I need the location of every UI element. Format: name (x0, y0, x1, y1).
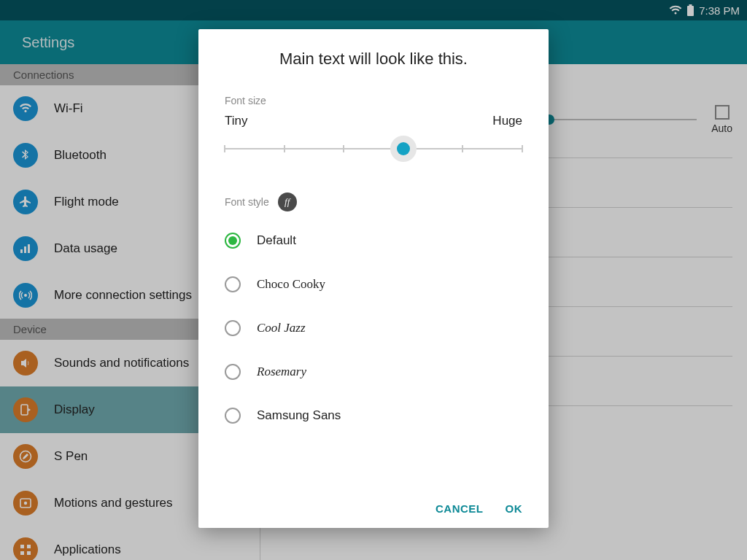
slider-tick (284, 145, 285, 152)
font-option-cool-jazz[interactable]: Cool Jazz (225, 306, 522, 350)
font-option-default[interactable]: Default (225, 219, 522, 262)
font-option-rosemary[interactable]: Rosemary (225, 350, 522, 394)
font-option-label: Default (257, 233, 296, 248)
slider-max-label: Huge (492, 114, 522, 128)
slider-tick (522, 145, 523, 152)
font-option-label: Rosemary (257, 365, 306, 379)
radio-icon (225, 276, 241, 292)
dialog-title: Main text will look like this. (225, 50, 522, 69)
slider-tick (462, 145, 463, 152)
font-option-label: Choco Cooky (257, 277, 325, 292)
font-option-label: Samsung Sans (257, 408, 341, 423)
slider-tick (343, 145, 344, 152)
radio-icon (225, 233, 241, 249)
flipfont-icon: ff (278, 192, 297, 211)
cancel-button[interactable]: CANCEL (436, 502, 484, 515)
slider-thumb[interactable] (390, 136, 417, 162)
radio-icon (225, 320, 241, 336)
font-size-label: Font size (225, 95, 522, 106)
font-size-slider[interactable] (225, 134, 522, 163)
font-style-list: DefaultChoco CookyCool JazzRosemarySamsu… (225, 219, 522, 438)
radio-icon (225, 364, 241, 380)
slider-tick (224, 145, 225, 152)
ok-button[interactable]: OK (506, 502, 523, 515)
font-option-label: Cool Jazz (257, 321, 306, 335)
slider-min-label: Tiny (225, 114, 248, 128)
font-option-samsung-sans[interactable]: Samsung Sans (225, 394, 522, 438)
font-dialog: Main text will look like this. Font size… (198, 29, 549, 528)
radio-icon (225, 408, 241, 424)
font-option-choco-cooky[interactable]: Choco Cooky (225, 262, 522, 306)
font-style-label: Font style ff (225, 192, 522, 211)
